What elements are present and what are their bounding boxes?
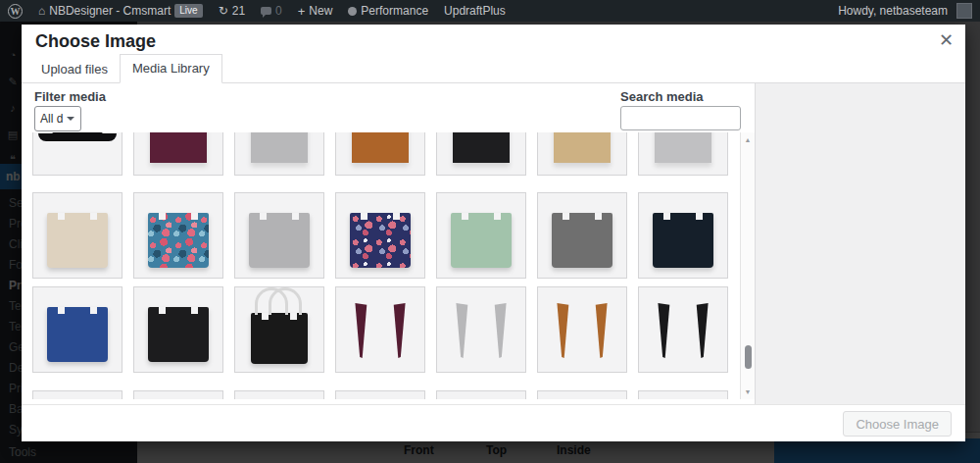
media-tile[interactable]: [133, 286, 223, 373]
search-media-label: Search media: [620, 89, 704, 104]
black-tote-body: [148, 307, 209, 362]
bag-notch: [292, 213, 299, 220]
media-tile[interactable]: [436, 132, 526, 176]
comment-icon: [261, 7, 271, 15]
khaki-fabric-swatch: [554, 132, 611, 163]
new-content-menu[interactable]: + New: [290, 0, 341, 22]
media-tile[interactable]: [133, 192, 223, 279]
black-tote-with-handles: [251, 313, 308, 364]
media-tile[interactable]: [335, 132, 425, 176]
updraftplus-menu[interactable]: UpdraftPlus: [436, 0, 514, 22]
media-tile[interactable]: [335, 192, 425, 279]
media-tile[interactable]: [335, 286, 425, 373]
media-grid-row: [32, 286, 728, 373]
strap-right: [595, 303, 609, 358]
scrollbar-thumb[interactable]: [745, 345, 752, 369]
light-gray-fabric-swatch: [251, 132, 308, 163]
bag-notch: [262, 313, 269, 320]
filter-media-select[interactable]: All d: [34, 106, 81, 131]
avatar: [956, 3, 972, 19]
media-tile[interactable]: [436, 390, 526, 399]
new-label: New: [309, 4, 332, 18]
comment-count: 0: [275, 4, 282, 18]
modal-content: Filter media All d Search media ▲ ▼: [22, 83, 965, 404]
media-tile[interactable]: [133, 390, 223, 399]
choose-image-button[interactable]: Choose Image: [843, 411, 952, 437]
scroll-up-icon[interactable]: ▲: [741, 136, 755, 143]
bag-notch: [90, 307, 97, 314]
cap-brim: [38, 133, 117, 141]
chevron-down-icon: [67, 117, 74, 121]
comments-menu[interactable]: 0: [253, 0, 290, 22]
scroll-down-icon[interactable]: ▼: [741, 388, 755, 395]
media-tabs: Upload files Media Library: [22, 57, 965, 83]
tab-media-library[interactable]: Media Library: [120, 54, 222, 83]
bag-notch: [563, 213, 569, 220]
media-grid-row: [32, 390, 728, 399]
performance-menu[interactable]: Performance: [340, 0, 436, 22]
bag-notch: [393, 213, 400, 220]
media-tile[interactable]: [537, 192, 627, 279]
search-media-input[interactable]: [620, 106, 741, 130]
media-tile[interactable]: [32, 286, 122, 373]
cache-count: 21: [232, 4, 245, 18]
filter-selected-value: All d: [40, 112, 63, 126]
media-tile[interactable]: [234, 192, 324, 279]
media-tile[interactable]: [638, 286, 728, 373]
silver-fabric-swatch: [655, 132, 711, 163]
bag-notch: [361, 213, 368, 220]
strap-right: [494, 303, 508, 358]
filter-media-label: Filter media: [34, 89, 106, 104]
silver-strap-pair: [448, 303, 514, 360]
navy-floral-tote-body: [350, 213, 411, 268]
strap-left: [354, 303, 368, 358]
site-name: NBDesigner - Cmsmart: [49, 4, 171, 18]
dark-navy-tote-body: [653, 213, 713, 268]
site-name-menu[interactable]: ⌂ NBDesigner - Cmsmart Live: [30, 0, 211, 22]
modal-title: Choose Image: [35, 31, 156, 52]
media-tile[interactable]: [436, 286, 526, 373]
media-tile[interactable]: [335, 390, 425, 399]
brown-leather-swatch: [352, 132, 409, 163]
howdy-text: Howdy, netbaseteam: [838, 4, 948, 18]
media-tile[interactable]: [133, 132, 223, 176]
blue-tote-body: [47, 307, 108, 362]
media-tile[interactable]: [32, 192, 122, 279]
cache-menu[interactable]: ↻ 21: [211, 0, 253, 22]
modal-toolbar: Choose Image: [22, 404, 965, 441]
refresh-icon: ↻: [219, 4, 228, 18]
media-tile[interactable]: [638, 192, 728, 279]
media-browser-pane: Filter media All d Search media ▲ ▼: [22, 83, 755, 404]
media-tile[interactable]: [234, 132, 324, 176]
media-tile[interactable]: [537, 286, 627, 373]
wp-logo-menu[interactable]: W: [0, 0, 30, 22]
media-tile[interactable]: [638, 390, 728, 399]
close-icon[interactable]: ✕: [939, 30, 954, 50]
media-tile[interactable]: [537, 132, 627, 176]
wp-admin-bar: W ⌂ NBDesigner - Cmsmart Live ↻ 21 0 + N…: [0, 0, 980, 22]
bag-notch: [663, 213, 670, 220]
bag-notch: [462, 213, 468, 220]
media-tile[interactable]: [436, 192, 526, 279]
tab-upload-files[interactable]: Upload files: [29, 56, 120, 83]
media-grid: [32, 132, 740, 399]
media-tile[interactable]: [537, 390, 627, 399]
media-grid-row: [32, 132, 728, 176]
account-menu[interactable]: Howdy, netbaseteam: [830, 0, 980, 22]
media-tile[interactable]: [234, 286, 324, 373]
bag-notch: [595, 213, 602, 220]
media-tile[interactable]: [234, 390, 324, 399]
media-tile[interactable]: [32, 132, 122, 176]
bag-handle: [269, 287, 302, 315]
dark-gray-tote-body: [552, 213, 612, 268]
choose-image-modal: Choose Image ✕ Upload files Media Librar…: [22, 25, 965, 441]
black-bag-partial: [38, 132, 117, 151]
cream-tote-body: [47, 213, 108, 268]
wordpress-icon: W: [8, 4, 23, 19]
sage-green-tote-body: [451, 213, 512, 268]
brown-strap-pair: [549, 303, 615, 360]
media-tile[interactable]: [638, 132, 728, 176]
media-tile[interactable]: [32, 390, 122, 399]
media-grid-scrollbar[interactable]: ▲ ▼: [740, 132, 755, 399]
bag-notch: [696, 213, 703, 220]
